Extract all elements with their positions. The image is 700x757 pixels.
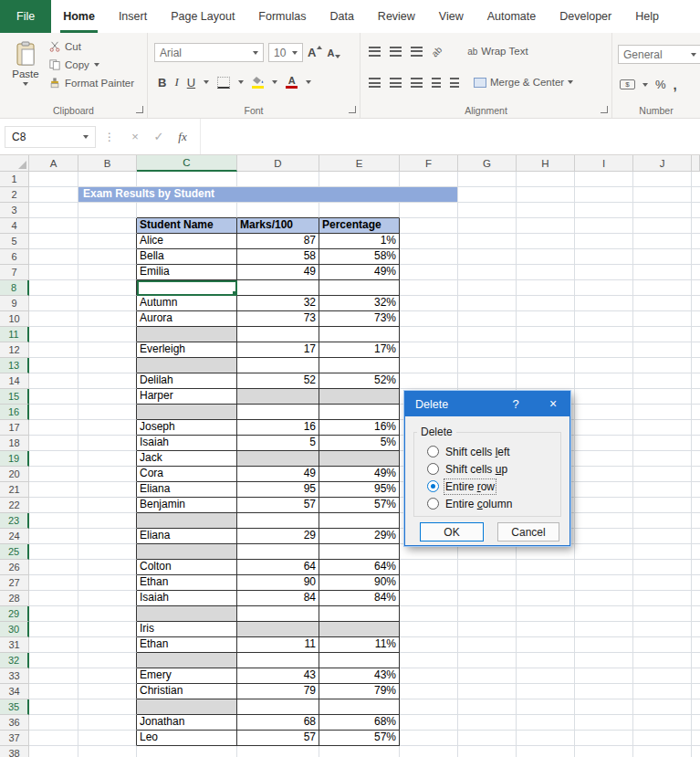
- font-color-dropdown-icon[interactable]: [306, 80, 311, 84]
- row-header-10[interactable]: 10: [0, 311, 29, 327]
- col-header-I[interactable]: I: [575, 155, 633, 172]
- cell-B19[interactable]: [78, 451, 137, 467]
- row-header-14[interactable]: 14: [0, 373, 29, 389]
- cell-C11[interactable]: [137, 327, 237, 342]
- name-box[interactable]: C8: [5, 126, 96, 148]
- cell-B17[interactable]: [78, 420, 137, 436]
- cell-D17[interactable]: 16: [237, 420, 319, 436]
- cell-F26[interactable]: [400, 560, 458, 575]
- row-header-22[interactable]: 22: [0, 498, 29, 513]
- cell-E1[interactable]: [319, 172, 400, 187]
- cell-D5[interactable]: 87: [237, 234, 319, 249]
- cell-H38[interactable]: [517, 746, 575, 757]
- cell-J10[interactable]: [633, 311, 692, 327]
- cell-E10[interactable]: 73%: [319, 311, 400, 327]
- middle-align-button[interactable]: [390, 47, 402, 57]
- radio-option-shift-cells-up[interactable]: Shift cells up: [427, 462, 507, 476]
- cell-J23[interactable]: [633, 513, 692, 529]
- cut-button[interactable]: Cut: [49, 41, 134, 52]
- cell-D16[interactable]: [237, 405, 319, 420]
- cell-H27[interactable]: [517, 575, 575, 591]
- cell-G7[interactable]: [458, 265, 517, 280]
- cell-F25[interactable]: [400, 544, 458, 560]
- cell-A10[interactable]: [29, 311, 78, 327]
- percent-style-button[interactable]: %: [655, 78, 666, 91]
- row-header-6[interactable]: 6: [0, 249, 29, 265]
- cell-D4[interactable]: Marks/100: [237, 218, 319, 234]
- cell-G1[interactable]: [458, 172, 517, 187]
- cell-I24[interactable]: [575, 529, 633, 544]
- cell-D35[interactable]: [237, 699, 319, 715]
- cell-H13[interactable]: [517, 358, 575, 373]
- cell-I11[interactable]: [575, 327, 633, 342]
- cell-D6[interactable]: 58: [237, 249, 319, 265]
- cell-E28[interactable]: 84%: [319, 591, 400, 606]
- cell-J5[interactable]: [633, 234, 692, 249]
- cell-G4[interactable]: [458, 218, 517, 234]
- cell-D1[interactable]: [237, 172, 319, 187]
- cell-E35[interactable]: [319, 699, 400, 715]
- cell-E12[interactable]: 17%: [319, 342, 400, 358]
- cell-A27[interactable]: [29, 575, 78, 591]
- cell-D11[interactable]: [237, 327, 319, 342]
- cell-B5[interactable]: [78, 234, 137, 249]
- cell-A32[interactable]: [29, 653, 78, 668]
- col-header-H[interactable]: H: [517, 155, 575, 172]
- cell-C29[interactable]: [137, 606, 237, 622]
- cell-G31[interactable]: [458, 637, 517, 653]
- cell-H32[interactable]: [517, 653, 575, 668]
- row-header-29[interactable]: 29: [0, 606, 29, 622]
- cell-G37[interactable]: [458, 731, 517, 746]
- font-size-dropdown-icon[interactable]: [292, 51, 298, 55]
- enter-entry-icon[interactable]: ✓: [147, 130, 171, 143]
- cell-B10[interactable]: [78, 311, 137, 327]
- cell-A30[interactable]: [29, 622, 78, 637]
- borders-dropdown-icon[interactable]: [238, 80, 244, 84]
- cell-D33[interactable]: 43: [237, 668, 319, 684]
- cell-D29[interactable]: [237, 606, 319, 622]
- bold-button[interactable]: B: [158, 76, 166, 89]
- cell-A29[interactable]: [29, 606, 78, 622]
- cell-G13[interactable]: [458, 358, 517, 373]
- format-painter-button[interactable]: Format Painter: [49, 78, 134, 89]
- cell-I6[interactable]: [575, 249, 633, 265]
- cell-H7[interactable]: [517, 265, 575, 280]
- cell-I14[interactable]: [575, 373, 633, 389]
- cell-G2[interactable]: [458, 187, 517, 203]
- cell-C3[interactable]: [137, 203, 237, 218]
- cell-I7[interactable]: [575, 265, 633, 280]
- cell-G35[interactable]: [458, 699, 517, 715]
- cell-J19[interactable]: [633, 451, 692, 467]
- cell-D31[interactable]: 11: [237, 637, 319, 653]
- align-center-button[interactable]: [390, 78, 402, 88]
- cell-G11[interactable]: [458, 327, 517, 342]
- cell-E24[interactable]: 29%: [319, 529, 400, 544]
- row-header-15[interactable]: 15: [0, 389, 29, 405]
- col-header-D[interactable]: D: [237, 155, 319, 172]
- cell-D30[interactable]: [237, 622, 319, 637]
- cell-J6[interactable]: [633, 249, 692, 265]
- cell-A2[interactable]: [29, 187, 78, 203]
- copy-button[interactable]: Copy: [49, 59, 134, 70]
- cell-D12[interactable]: 17: [237, 342, 319, 358]
- cell-E18[interactable]: 5%: [319, 436, 400, 451]
- cell-A37[interactable]: [29, 731, 78, 746]
- cell-A26[interactable]: [29, 560, 78, 575]
- row-header-31[interactable]: 31: [0, 637, 29, 653]
- align-right-button[interactable]: [411, 78, 423, 88]
- cell-J28[interactable]: [633, 591, 692, 606]
- cell-B16[interactable]: [78, 405, 137, 420]
- cell-A16[interactable]: [29, 405, 78, 420]
- decrease-font-size-button[interactable]: A: [327, 47, 340, 58]
- cell-J31[interactable]: [633, 637, 692, 653]
- cell-J25[interactable]: [633, 544, 692, 560]
- row-header-7[interactable]: 7: [0, 265, 29, 280]
- cell-I33[interactable]: [575, 668, 633, 684]
- cell-H4[interactable]: [517, 218, 575, 234]
- cell-A7[interactable]: [29, 265, 78, 280]
- orientation-button[interactable]: ab: [430, 44, 444, 58]
- cell-C35[interactable]: [137, 699, 237, 715]
- cell-J8[interactable]: [633, 280, 692, 296]
- tab-developer[interactable]: Developer: [548, 0, 623, 33]
- cell-E31[interactable]: 11%: [319, 637, 400, 653]
